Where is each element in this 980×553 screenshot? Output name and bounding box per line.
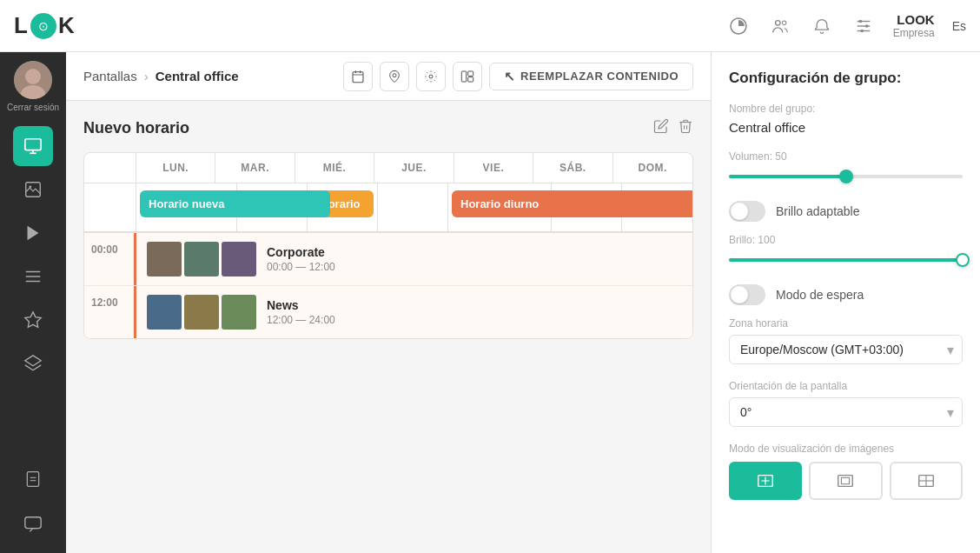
svg-rect-27	[353, 71, 363, 82]
svg-rect-26	[25, 517, 41, 529]
brightness-adaptive-label: Brillo adaptable	[776, 204, 860, 218]
timezone-select[interactable]: Europe/Moscow (GMT+03:00)	[729, 335, 963, 364]
schedule-item-corporate: 00:00 Corporate 00:00 — 12:00	[84, 233, 692, 286]
main-container: Cerrar sesión Pantallas	[0, 52, 980, 553]
location-toolbar-btn[interactable]	[380, 62, 409, 91]
item-time-corporate: 00:00	[84, 233, 136, 285]
thumb-3	[222, 242, 256, 276]
svg-point-16	[29, 185, 31, 188]
thumb-5	[184, 295, 219, 330]
chart-icon[interactable]	[726, 14, 751, 38]
brightness-adaptive-toggle[interactable]	[729, 201, 765, 222]
breadcrumb-separator: ›	[144, 69, 149, 83]
image-mode-row	[729, 462, 963, 500]
svg-rect-33	[461, 71, 466, 82]
sidebar-item-doc[interactable]	[13, 459, 53, 499]
gear-toolbar-btn[interactable]	[416, 62, 446, 91]
svg-rect-12	[25, 139, 41, 150]
user-info: LOOK Empresa	[893, 12, 935, 39]
standby-toggle[interactable]	[729, 284, 765, 305]
item-info-corporate: Corporate 00:00 — 12:00	[267, 245, 682, 273]
svg-marker-21	[25, 312, 41, 327]
item-info-news: News 12:00 — 24:00	[267, 298, 682, 326]
image-mode-field: Modo de visualización de imágenes	[729, 443, 963, 500]
svg-point-10	[25, 69, 41, 84]
logo: L ⊙ K	[14, 12, 76, 39]
sidebar-item-chat[interactable]	[13, 504, 53, 544]
svg-point-31	[393, 73, 396, 77]
sliders-icon[interactable]	[851, 14, 876, 38]
orientation-select-wrapper: 0° ▾	[729, 397, 963, 427]
volume-label: Volumen: 50	[729, 150, 963, 163]
cursor-icon: ↖	[504, 69, 516, 84]
block-horario-nueva[interactable]: Horario nueva	[140, 190, 330, 217]
user-name: LOOK	[897, 12, 934, 27]
brightness-slider[interactable]	[729, 251, 963, 269]
standby-toggle-row: Modo de espera	[729, 284, 963, 305]
sidebar-item-video[interactable]	[13, 213, 53, 253]
bell-icon[interactable]	[810, 14, 834, 38]
logo-icon: ⊙	[30, 13, 56, 39]
item-content-news: News 12:00 — 24:00	[136, 286, 692, 338]
orientation-field: Orientación de la pantalla 0° ▾	[729, 380, 963, 427]
signout-label[interactable]: Cerrar sesión	[7, 103, 59, 112]
lang-button[interactable]: Es	[952, 19, 966, 33]
content-area: Pantallas › Central office ↖	[66, 52, 711, 553]
item-thumbnails-corporate	[147, 242, 256, 276]
content-header: Pantallas › Central office ↖	[66, 52, 711, 101]
days-row: LUN. MAR. MIÉ. JUE. VIE. SÁB. DOM.	[84, 153, 692, 183]
avatar	[14, 61, 52, 99]
calendar-toolbar-btn[interactable]	[343, 62, 373, 91]
item-name-corporate: Corporate	[267, 245, 682, 259]
slot-thu	[378, 183, 448, 231]
sidebar-item-layers[interactable]	[13, 343, 53, 383]
day-tue: MAR.	[215, 153, 295, 183]
group-name-field: Nombre del grupo: Central office	[729, 103, 963, 135]
orientation-select[interactable]: 0°	[729, 397, 963, 427]
group-name-value: Central office	[729, 120, 963, 135]
breadcrumb-parent[interactable]: Pantallas	[83, 69, 137, 83]
schedule-item-news: 12:00 News 12:00 — 24:00	[84, 286, 692, 338]
orientation-label: Orientación de la pantalla	[729, 380, 963, 392]
block-horario-diurno[interactable]: Horario diurno	[452, 190, 693, 217]
volume-slider[interactable]	[729, 168, 963, 185]
image-mode-fit-btn[interactable]	[729, 462, 802, 500]
svg-point-6	[858, 19, 862, 23]
standby-label: Modo de espera	[776, 288, 864, 302]
replace-content-button[interactable]: ↖ REEMPLAZAR CONTENIDO	[489, 63, 693, 90]
slot-mon: Horario nueva	[136, 183, 237, 231]
thumb-2	[184, 242, 219, 276]
slot-spacer	[84, 183, 136, 231]
layout-toolbar-btn[interactable]	[453, 62, 482, 91]
item-name-news: News	[267, 298, 682, 312]
days-spacer	[84, 153, 136, 183]
day-sat: SÁB.	[533, 153, 612, 183]
timezone-label: Zona horaria	[729, 317, 963, 330]
sidebar-item-star[interactable]	[13, 300, 53, 340]
svg-point-32	[429, 75, 433, 78]
item-timerange-news: 12:00 — 24:00	[267, 314, 682, 326]
svg-rect-35	[467, 77, 473, 81]
day-sun: DOM.	[613, 153, 692, 183]
image-mode-fill-btn[interactable]	[809, 462, 882, 500]
svg-point-2	[782, 21, 786, 25]
user-sub: Empresa	[893, 27, 935, 39]
brightness-label: Brillo: 100	[729, 234, 963, 246]
item-thumbnails-news	[147, 295, 256, 330]
day-wed: MIÉ.	[295, 153, 374, 183]
image-mode-stretch-btn[interactable]	[890, 462, 963, 500]
users-icon[interactable]	[768, 14, 792, 38]
sidebar-item-list[interactable]	[13, 257, 53, 296]
sidebar-item-image[interactable]	[13, 170, 53, 210]
slot-fri: Horario diurno	[448, 183, 552, 231]
delete-schedule-button[interactable]	[678, 118, 693, 138]
day-thu: JUE.	[374, 153, 454, 183]
edit-schedule-button[interactable]	[653, 118, 669, 138]
sidebar-item-screen[interactable]	[13, 126, 53, 166]
logo-text-l: L	[14, 12, 29, 39]
item-content-corporate: Corporate 00:00 — 12:00	[136, 233, 692, 285]
brightness-adaptive-toggle-row: Brillo adaptable	[729, 201, 963, 222]
svg-point-1	[775, 20, 780, 24]
right-panel: Configuración de grupo: Nombre del grupo…	[711, 52, 980, 553]
volume-field: Volumen: 50	[729, 150, 963, 185]
